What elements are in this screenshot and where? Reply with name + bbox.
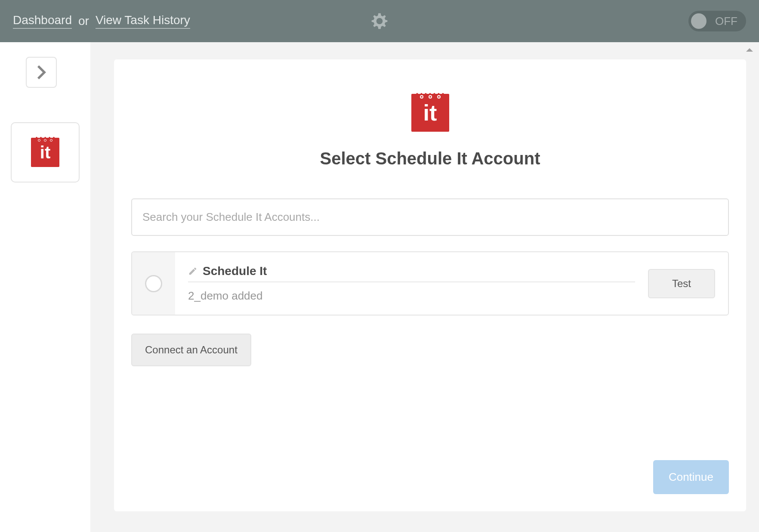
logo-text: it [40,144,50,161]
account-radio[interactable] [145,275,162,292]
svg-marker-1 [746,48,753,52]
account-body: Schedule It 2_demo added Test [175,252,728,315]
continue-button[interactable]: Continue [653,460,729,494]
toggle-label: OFF [715,15,737,28]
account-radio-column [132,252,175,315]
account-subtitle: 2_demo added [188,289,635,303]
header-nav: Dashboard or View Task History [13,13,190,29]
scroll-up-indicator[interactable] [745,46,754,54]
gear-icon[interactable] [370,12,389,31]
main-layout: it it Select Schedule It Account [0,42,759,532]
sidebar: it [0,42,90,532]
content-wrapper: it Select Schedule It Account [90,42,759,532]
account-info: Schedule It 2_demo added [188,264,635,303]
main-panel: it Select Schedule It Account [114,59,746,511]
or-separator: or [78,14,89,28]
header-center [370,12,389,31]
header-right: OFF [688,11,746,31]
sidebar-expand-button[interactable] [26,57,57,88]
page-title: Select Schedule It Account [320,149,540,168]
toggle-knob [691,13,707,29]
schedule-it-logo-icon: it [411,94,449,132]
view-task-history-link[interactable]: View Task History [96,13,190,29]
sidebar-step-schedule-it[interactable]: it [11,122,80,182]
top-header: Dashboard or View Task History OFF [0,0,759,42]
account-item: Schedule It 2_demo added Test [131,251,729,315]
account-name: Schedule It [203,264,267,278]
caret-up-icon [745,47,754,53]
on-off-toggle[interactable]: OFF [688,11,746,31]
panel-header: it Select Schedule It Account [131,94,729,168]
dashboard-link[interactable]: Dashboard [13,13,72,29]
schedule-it-logo-icon: it [31,138,59,167]
chevron-right-icon [37,65,46,80]
search-accounts-input[interactable] [131,198,729,236]
connect-account-button[interactable]: Connect an Account [131,334,251,366]
panel-footer: Continue [131,417,729,494]
test-button[interactable]: Test [648,269,715,298]
account-name-row[interactable]: Schedule It [188,264,635,282]
logo-text: it [423,102,437,124]
pencil-icon [188,266,197,276]
